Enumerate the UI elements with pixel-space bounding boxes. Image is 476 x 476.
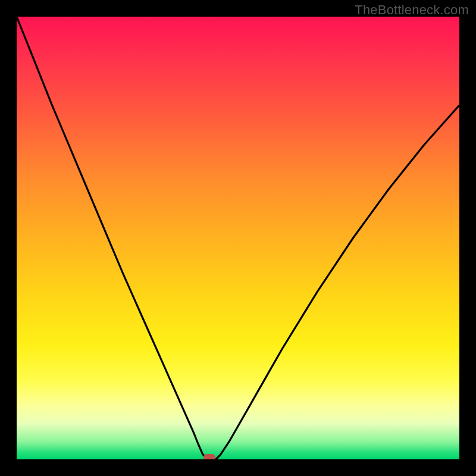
bottleneck-curve-path bbox=[17, 17, 459, 459]
optimal-marker bbox=[203, 454, 215, 459]
watermark-text: TheBottleneck.com bbox=[355, 2, 469, 18]
curve-svg bbox=[17, 17, 459, 459]
plot-area bbox=[17, 17, 459, 459]
chart-frame: TheBottleneck.com bbox=[0, 0, 476, 476]
